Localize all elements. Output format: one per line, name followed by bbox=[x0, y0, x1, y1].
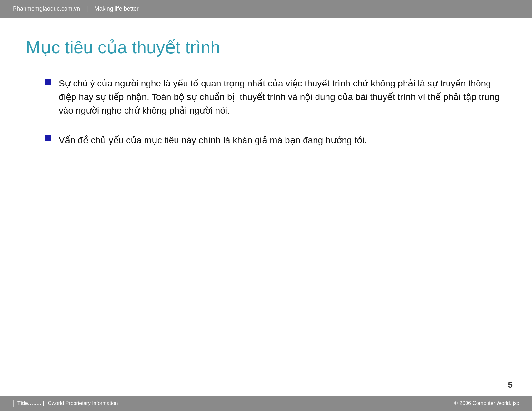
header-site: Phanmemgiaoduc.com.vn bbox=[13, 5, 80, 12]
header-bar: Phanmemgiaoduc.com.vn | Making life bett… bbox=[0, 0, 532, 18]
page-number: 5 bbox=[508, 380, 513, 390]
footer-left: Title…….. | Cworld Proprietary Informati… bbox=[13, 400, 118, 407]
list-item: Sự chú ý của người nghe là yếu tố quan t… bbox=[45, 77, 506, 117]
footer-bar: Title…….. | Cworld Proprietary Informati… bbox=[0, 396, 532, 411]
header-tagline: Making life better bbox=[95, 5, 139, 12]
bullet-marker-2 bbox=[45, 135, 51, 141]
footer-copyright: © 2006 Computer World.,jsc bbox=[454, 400, 519, 406]
bullet-text-2: Vấn đề chủ yếu của mục tiêu này chính là… bbox=[59, 134, 367, 147]
bullet-text-1: Sự chú ý của người nghe là yếu tố quan t… bbox=[59, 77, 506, 117]
bullet-list: Sự chú ý của người nghe là yếu tố quan t… bbox=[45, 77, 506, 147]
list-item: Vấn đề chủ yếu của mục tiêu này chính là… bbox=[45, 134, 506, 147]
main-content: Mục tiêu của thuyết trình Sự chú ý của n… bbox=[0, 18, 532, 176]
header-divider: | bbox=[86, 5, 88, 12]
footer-divider-line bbox=[13, 400, 14, 407]
slide-title: Mục tiêu của thuyết trình bbox=[26, 37, 506, 57]
bullet-marker-1 bbox=[45, 79, 51, 85]
footer-subtitle: Cworld Proprietary Information bbox=[48, 400, 118, 406]
footer-title: Title…….. | bbox=[17, 400, 44, 406]
